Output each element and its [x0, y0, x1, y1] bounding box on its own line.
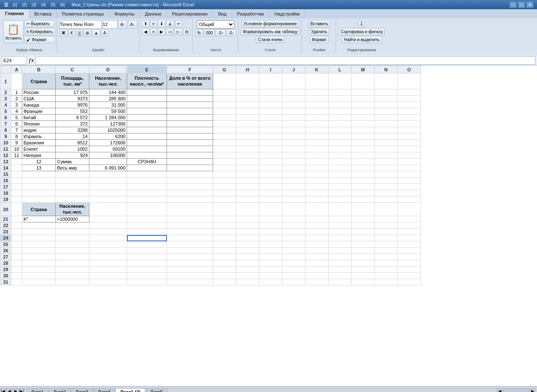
cell-D23[interactable] [89, 229, 127, 235]
hscroll-right[interactable]: ▶ [529, 388, 535, 392]
cell-A29[interactable] [11, 267, 22, 273]
cell-H13[interactable] [236, 159, 259, 165]
cell-D9[interactable]: 6200 [89, 133, 127, 140]
cell-M31[interactable] [352, 279, 375, 285]
cell-A2[interactable]: 1 [11, 89, 22, 96]
cell-M14[interactable] [352, 165, 375, 171]
cell-L20[interactable] [328, 203, 352, 216]
indent-dec-button[interactable]: ◁ [166, 28, 174, 35]
cell-L6[interactable] [328, 115, 352, 121]
cell-N30[interactable] [375, 273, 398, 279]
font-size-input[interactable] [102, 20, 117, 29]
cell-M29[interactable] [352, 267, 375, 273]
cell-G22[interactable] [213, 222, 236, 229]
cell-A15[interactable] [11, 171, 22, 178]
cell-N29[interactable] [375, 267, 398, 273]
cell-M10[interactable] [352, 140, 375, 146]
cell-A14[interactable] [11, 165, 22, 171]
cell-F27[interactable] [167, 254, 213, 260]
cell-I30[interactable] [259, 273, 282, 279]
cell-D29[interactable] [89, 267, 127, 273]
cell-G1[interactable] [213, 73, 236, 89]
cell-J9[interactable] [282, 133, 305, 140]
cell-G24[interactable] [213, 235, 236, 241]
align-left-button[interactable]: ◀ [142, 28, 149, 35]
tab-home[interactable]: Главная [0, 9, 29, 18]
cell-C29[interactable] [56, 267, 89, 273]
cell-K2[interactable] [305, 89, 328, 96]
cell-F20[interactable] [167, 203, 213, 216]
sheet-nav-next[interactable]: ▶ [13, 388, 18, 392]
cell-A10[interactable]: 9 [11, 140, 22, 146]
cell-O29[interactable] [398, 267, 421, 273]
cell-K23[interactable] [305, 229, 328, 235]
cell-B13[interactable]: 12 [22, 159, 56, 165]
cell-F23[interactable] [167, 229, 213, 235]
row-header-12[interactable]: 12 [0, 152, 11, 159]
cell-L5[interactable] [328, 108, 352, 115]
cell-C19[interactable] [56, 196, 89, 203]
cell-N20[interactable] [375, 203, 398, 216]
cell-M8[interactable] [352, 127, 375, 133]
cell-A16[interactable] [11, 178, 22, 184]
percent-button[interactable]: % [195, 29, 203, 37]
row-header-13[interactable]: 13 [0, 159, 11, 165]
cell-J24[interactable] [282, 235, 305, 241]
cell-N4[interactable] [375, 102, 398, 108]
cell-E12[interactable] [127, 152, 167, 159]
cell-O3[interactable] [398, 96, 421, 102]
cell-N26[interactable] [375, 248, 398, 254]
cell-N31[interactable] [375, 279, 398, 285]
cell-L4[interactable] [328, 102, 352, 108]
cell-B16[interactable] [22, 178, 56, 184]
cell-N8[interactable] [375, 127, 398, 133]
cell-E30[interactable] [127, 273, 167, 279]
cell-O18[interactable] [398, 190, 421, 196]
cell-B18[interactable] [22, 190, 56, 196]
cell-C5[interactable]: 552 [56, 108, 89, 115]
cell-B23[interactable] [22, 229, 56, 235]
cell-C26[interactable] [56, 248, 89, 254]
merge-button[interactable]: ⊟ [183, 28, 190, 35]
cell-M6[interactable] [352, 115, 375, 121]
cell-E17[interactable] [127, 184, 167, 190]
cell-O23[interactable] [398, 229, 421, 235]
cell-D15[interactable] [89, 171, 127, 178]
cell-G31[interactable] [213, 279, 236, 285]
cell-E14[interactable] [127, 165, 167, 171]
cell-E10[interactable] [127, 140, 167, 146]
cell-L30[interactable] [328, 273, 352, 279]
cell-M20[interactable] [352, 203, 375, 216]
cell-H2[interactable] [236, 89, 259, 96]
tab-insert[interactable]: Вставка [29, 9, 57, 18]
cell-I23[interactable] [259, 229, 282, 235]
cell-C8[interactable]: 3288 [56, 127, 89, 133]
cell-M26[interactable] [352, 248, 375, 254]
cell-I26[interactable] [259, 248, 282, 254]
cell-B21[interactable]: К* [22, 216, 56, 222]
cell-D27[interactable] [89, 254, 127, 260]
cell-J17[interactable] [282, 184, 305, 190]
cell-O17[interactable] [398, 184, 421, 190]
col-header-l[interactable]: L [328, 66, 352, 73]
minimize-button[interactable]: ─ [509, 1, 517, 8]
cell-G14[interactable] [213, 165, 236, 171]
cell-F24[interactable] [167, 235, 213, 241]
cell-F28[interactable] [167, 260, 213, 267]
cell-F11[interactable] [167, 146, 213, 152]
cell-A6[interactable]: 5 [11, 115, 22, 121]
cell-M3[interactable] [352, 96, 375, 102]
cell-K8[interactable] [305, 127, 328, 133]
cell-J3[interactable] [282, 96, 305, 102]
sheet-nav-prev[interactable]: ◀ [6, 388, 12, 392]
cell-N2[interactable] [375, 89, 398, 96]
row-header-31[interactable]: 31 [0, 279, 11, 285]
cell-F6[interactable] [167, 115, 213, 121]
cell-E27[interactable] [127, 254, 167, 260]
cell-J10[interactable] [282, 140, 305, 146]
cell-D11[interactable]: 69100 [89, 146, 127, 152]
cell-B28[interactable] [22, 260, 56, 267]
cell-E22[interactable] [127, 222, 167, 229]
cell-J25[interactable] [282, 241, 305, 248]
cell-M23[interactable] [352, 229, 375, 235]
